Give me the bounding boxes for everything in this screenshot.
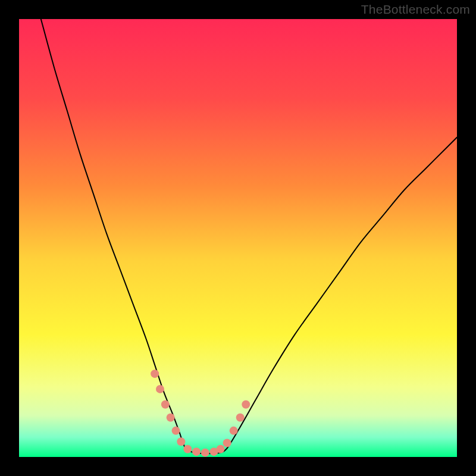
valley-marker [192, 447, 201, 456]
plot-area [19, 19, 457, 457]
watermark-text: TheBottleneck.com [361, 2, 470, 17]
valley-marker [217, 445, 225, 453]
valley-marker [167, 414, 175, 422]
valley-marker [151, 369, 159, 378]
valley-marker [230, 427, 238, 435]
valley-marker [236, 414, 245, 422]
valley-marker [171, 427, 180, 435]
valley-marker [177, 437, 185, 446]
chart-svg [19, 19, 457, 457]
valley-marker [223, 439, 231, 447]
chart-stage: TheBottleneck.com [0, 0, 476, 476]
valley-marker [201, 449, 209, 457]
valley-marker [183, 445, 192, 453]
valley-marker [161, 400, 170, 409]
gradient-background [19, 19, 457, 457]
valley-marker [156, 385, 164, 393]
valley-marker [242, 400, 250, 409]
